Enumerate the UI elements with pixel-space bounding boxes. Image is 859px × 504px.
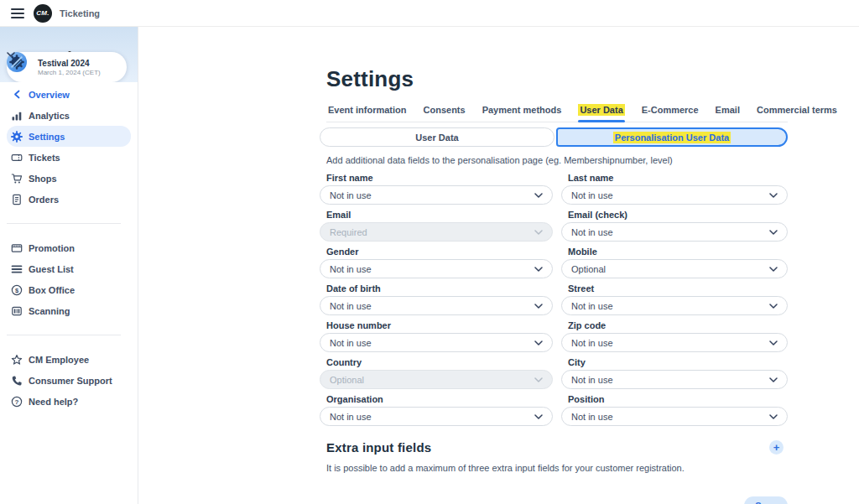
select-value: Required: [330, 227, 367, 237]
tab-label: Event information: [328, 105, 407, 115]
tab-label: User Data: [578, 104, 624, 116]
sidebar-divider: [7, 223, 121, 224]
email-check-select[interactable]: Not in use: [561, 222, 788, 242]
tab-label: Payment methods: [482, 105, 562, 115]
field-house-number: House numberNot in use: [320, 320, 553, 352]
zip-code-select[interactable]: Not in use: [561, 333, 788, 352]
page-title: Settings: [326, 66, 788, 92]
organisation-select[interactable]: Not in use: [320, 407, 553, 426]
chevron-down-icon: [534, 193, 543, 198]
sidebar-item-consumer-support[interactable]: Consumer Support: [7, 370, 131, 391]
tab-e-commerce[interactable]: E-Commerce: [640, 105, 700, 122]
add-extra-field-button[interactable]: +: [769, 440, 784, 455]
list-icon: [10, 262, 23, 275]
field-label: Position: [568, 394, 788, 404]
chevron-down-icon: [769, 304, 778, 309]
hamburger-menu-icon[interactable]: [11, 8, 24, 18]
mobile-select[interactable]: Optional: [561, 259, 788, 278]
sidebar-item-tickets[interactable]: Tickets: [7, 147, 131, 168]
event-switcher[interactable]: Testival 2024 March 1, 2024 (CET): [7, 52, 127, 82]
sidebar-item-label: Need help?: [29, 397, 78, 407]
date-of-birth-select[interactable]: Not in use: [320, 296, 553, 315]
sidebar-item-promotion[interactable]: Promotion: [7, 237, 131, 258]
field-street: StreetNot in use: [561, 283, 788, 315]
sidebar-item-label: Analytics: [29, 111, 70, 121]
sidebar-item-label: Consumer Support: [29, 376, 112, 386]
field-organisation: OrganisationNot in use: [320, 394, 553, 426]
street-select[interactable]: Not in use: [561, 296, 788, 315]
gender-select[interactable]: Not in use: [320, 259, 553, 278]
tab-label: Email: [716, 105, 740, 115]
sidebar: Testival 2024 March 1, 2024 (CET) Overvi…: [0, 27, 138, 504]
chevron-down-icon: [769, 340, 778, 346]
tab-consents[interactable]: Consents: [422, 105, 467, 122]
select-value: Not in use: [330, 190, 372, 200]
city-select[interactable]: Not in use: [561, 370, 788, 389]
field-label: House number: [326, 320, 553, 330]
chevron-down-icon: [769, 267, 778, 272]
select-value: Not in use: [330, 301, 372, 311]
event-avatar: [12, 57, 32, 77]
segment-personalisation-user-data[interactable]: Personalisation User Data: [556, 127, 788, 147]
field-label: Zip code: [568, 320, 788, 330]
field-date-of-birth: Date of birthNot in use: [320, 283, 553, 315]
sidebar-item-orders[interactable]: Orders: [7, 189, 131, 210]
star-icon: [10, 353, 23, 366]
sidebar-item-overview[interactable]: Overview: [7, 84, 131, 105]
section-description: Add additional data fields to the person…: [326, 155, 788, 165]
cm-logo[interactable]: CM.: [34, 4, 52, 23]
cart-icon: [10, 172, 23, 184]
segment-label: Personalisation User Data: [613, 132, 731, 143]
question-circle-icon: ?: [10, 395, 23, 408]
tab-label: Consents: [424, 105, 466, 115]
extra-input-description: It is possible to add a maximum of three…: [326, 463, 788, 473]
topbar: CM. Ticketing: [0, 0, 859, 27]
extra-input-title: Extra input fields: [326, 440, 431, 455]
app-name: Ticketing: [60, 8, 100, 18]
sidebar-item-guest-list[interactable]: Guest List: [7, 258, 131, 279]
select-value: Not in use: [571, 375, 613, 385]
field-gender: GenderNot in use: [320, 247, 553, 278]
event-meta: Testival 2024 March 1, 2024 (CET): [38, 59, 117, 76]
sidebar-item-label: Settings: [29, 132, 65, 142]
event-name: Testival 2024: [38, 59, 117, 68]
document-icon: [10, 193, 23, 205]
first-name-select[interactable]: Not in use: [320, 185, 553, 205]
tab-user-data[interactable]: User Data: [576, 105, 626, 122]
position-select[interactable]: Not in use: [561, 407, 788, 426]
sidebar-item-shops[interactable]: Shops: [7, 168, 131, 189]
ticket-icon: [10, 151, 23, 164]
sidebar-item-scanning[interactable]: Scanning: [7, 300, 131, 321]
sidebar-item-analytics[interactable]: Analytics: [7, 105, 131, 126]
select-value: Not in use: [330, 412, 372, 422]
sidebar-item-settings[interactable]: Settings: [7, 126, 131, 147]
field-country: CountryOptional: [320, 357, 553, 389]
field-email: EmailRequired: [320, 210, 553, 242]
tab-commercial-terms[interactable]: Commercial terms: [755, 105, 839, 122]
extra-input-header: Extra input fields +: [320, 440, 788, 455]
chevron-down-icon: [769, 193, 778, 198]
sidebar-item-need-help[interactable]: ?Need help?: [7, 391, 131, 412]
tab-email[interactable]: Email: [714, 105, 742, 122]
field-first-name: First nameNot in use: [320, 173, 553, 205]
last-name-select[interactable]: Not in use: [561, 185, 788, 205]
tab-event-information[interactable]: Event information: [326, 105, 409, 122]
event-date: March 1, 2024 (CET): [38, 69, 117, 76]
sidebar-item-cm-employee[interactable]: CM Employee: [7, 349, 131, 370]
svg-text:?: ?: [14, 397, 18, 405]
tab-payment-methods[interactable]: Payment methods: [481, 105, 564, 122]
segment-user-data[interactable]: User Data: [320, 127, 554, 147]
sidebar-item-box-office[interactable]: $Box Office: [7, 279, 131, 300]
house-number-select[interactable]: Not in use: [320, 333, 553, 352]
settings-tabs: Event informationConsentsPayment methods…: [326, 105, 788, 122]
select-value: Optional: [571, 264, 606, 274]
save-button[interactable]: Save: [744, 496, 788, 504]
country-select: Optional: [320, 370, 553, 389]
field-label: Mobile: [568, 247, 788, 257]
field-label: Country: [326, 357, 553, 367]
select-value: Not in use: [571, 338, 613, 348]
segment-label: User Data: [415, 132, 458, 143]
select-value: Not in use: [571, 412, 613, 422]
select-value: Not in use: [330, 338, 372, 348]
tab-label: Commercial terms: [757, 105, 837, 115]
